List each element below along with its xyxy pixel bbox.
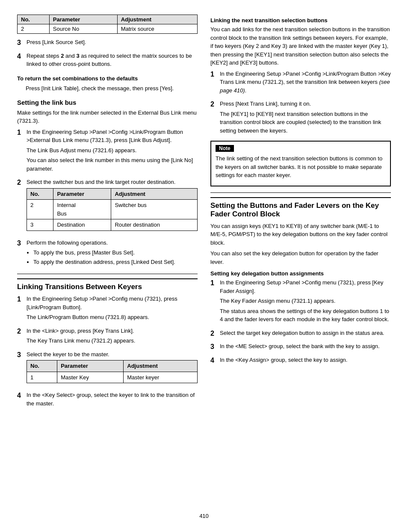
lk-table-header-param: Parameter [57,361,124,372]
lb-table-header-adj: Adjustment [111,188,198,200]
kd-step-2-number: 2 [210,329,220,338]
table-row: 2 InternalBus Switcher bus [27,200,198,219]
nt-step-2-content: Press [Next Trans Link], turning it on. … [220,100,391,136]
lk-step-1-block: 1 In the Engineering Setup >Panel >Confi… [17,295,198,323]
lk-step-3-text: Select the keyer to be the master. [27,350,198,359]
table-row: 1 Master Key Master keyer [27,372,198,383]
lk-step-2-text: In the <Link> group, press [Key Trans Li… [27,327,198,335]
lb-row1-param: InternalBus [53,200,111,219]
lk-step-3-number: 3 [17,350,27,360]
lb-row2-no: 3 [27,219,53,231]
lk-step-4-content: In the <Key Select> group, select the ke… [27,391,198,409]
lk-step-4-text: In the <Key Select> group, select the ke… [27,391,198,408]
lb-step-1-block: 1 In the Engineering Setup >Panel >Confi… [17,128,198,175]
next-trans-intro: You can add links for the next transitio… [210,25,391,67]
kd-step-2-text: Select the target key delegation button … [220,329,391,337]
nt-step-2-number: 2 [210,100,220,109]
lb-step-2-text: Select the switcher bus and the link tar… [27,178,198,186]
linking-title: Linking Transitions Between Keyers [17,278,198,291]
lb-step-3-content: Perform the following operations. To app… [27,239,198,268]
nt-step-2-note: The [KEY1] to [KEY8] next transition sel… [220,110,391,135]
note-label: Note [216,145,234,152]
kd-step-4-content: In the <Key Assign> group, select the ke… [220,356,391,366]
nt-step-1-content: In the Engineering Setup >Panel >Config … [220,70,391,97]
lb-bullet-1: To apply the bus, press [Master Bus Set]… [33,248,198,257]
lk-step-4-block: 4 In the <Key Select> group, select the … [17,391,198,409]
lb-step-2-number: 2 [17,178,27,187]
lb-step-3-text: Perform the following operations. [27,239,198,247]
table-cell-no: 2 [18,24,50,34]
lb-step-1-text: In the Engineering Setup >Panel >Config … [27,128,198,145]
kd-step-4-block: 4 In the <Key Assign> group, select the … [210,356,391,366]
lb-step-1-note2: You can also select the link number in t… [27,156,198,173]
kd-step-3-block: 3 In the <ME Select> group, select the b… [210,342,391,352]
table-cell-adj: Matrix source [117,24,197,34]
note-text: The link setting of the next transition … [216,154,386,180]
kd-step-1-number: 1 [210,278,220,288]
lb-table-header-param: Parameter [53,188,111,200]
table-row: 3 Destination Router destination [27,219,198,231]
kd-step-3-number: 3 [210,342,220,352]
nt-step-1-end: . [245,87,247,94]
lb-step-3-block: 3 Perform the following operations. To a… [17,239,198,268]
lb-row1-no: 2 [27,200,53,219]
lb-step-3-bullets: To apply the bus, press [Master Bus Set]… [33,248,198,266]
lk-table-header-no: No. [27,361,57,372]
kd-step-2-content: Select the target key delegation button … [220,329,391,339]
lk-row1-param: Master Key [57,372,124,383]
lb-step-2-content: Select the switcher bus and the link tar… [27,178,198,235]
defaults-text: Press [Init Link Table], check the messa… [26,84,198,93]
lb-step-2-block: 2 Select the switcher bus and the link t… [17,178,198,235]
lk-step-1-text: In the Engineering Setup >Panel >Config … [27,295,198,311]
kd-step-2-block: 2 Select the target key delegation butto… [210,329,391,339]
lb-step-3-number: 3 [17,239,27,248]
lb-row2-param: Destination [53,219,111,231]
lb-step-1-content: In the Engineering Setup >Panel >Config … [27,128,198,175]
step-4-text: Repeat steps 2 and 3 as required to sele… [27,52,198,68]
lk-step-1-content: In the Engineering Setup >Panel >Config … [27,295,198,323]
right-column: Linking the next transition selection bu… [210,13,391,504]
step-4-bold-3: 3 [76,53,79,59]
nt-step-1-main: In the Engineering Setup >Panel >Config … [220,71,391,86]
link-bus-intro: Make settings for the link number select… [17,109,198,125]
page-number: 410 [17,513,391,519]
kd-step-1-block: 1 In the Engineering Setup >Panel >Confi… [210,278,391,325]
lk-step-2-content: In the <Link> group, press [Key Trans Li… [27,327,198,347]
lk-step-1-number: 1 [17,295,27,304]
divider-1 [17,274,198,274]
kd-step-1-text: In the Engineering Setup >Panel >Config … [220,278,391,295]
lb-step-1-number: 1 [17,128,27,137]
step-4-number: 4 [17,52,27,61]
lb-row1-adj: Switcher bus [111,200,198,219]
nt-step-2-block: 2 Press [Next Trans Link], turning it on… [210,100,391,136]
kd-step-4-text: In the <Key Assign> group, select the ke… [220,356,391,364]
lk-step-2-number: 2 [17,327,27,336]
lk-step-3-content: Select the keyer to be the master. No. P… [27,350,198,388]
top-table-header-adj: Adjustment [117,15,197,24]
delegation-title: Setting key delegation button assignment… [210,270,391,277]
fader-intro-2: You can also set the key delegation butt… [210,249,391,266]
top-table: No. Parameter Adjustment 2 Source No Mat… [17,15,198,34]
lb-table-header-no: No. [27,188,53,200]
note-box: Note The link setting of the next transi… [210,141,391,186]
nt-step-1-block: 1 In the Engineering Setup >Panel >Confi… [210,70,391,97]
lk-row1-no: 1 [27,372,57,383]
kd-step-1-content: In the Engineering Setup >Panel >Config … [220,278,391,325]
lk-step-1-note: The Link/Program Button menu (7321.8) ap… [27,313,198,322]
top-table-header-param: Parameter [49,15,117,24]
step-3-block: 3 Press [Link Source Set]. [17,38,198,48]
kd-step-3-text: In the <ME Select> group, select the ban… [220,342,391,351]
fader-intro-1: You can assign keys (KEY1 to KEY8) of an… [210,222,391,247]
table-row: 2 Source No Matrix source [18,24,198,34]
left-column: No. Parameter Adjustment 2 Source No Mat… [17,13,198,504]
top-table-header-no: No. [18,15,50,24]
kd-step-4-number: 4 [210,356,220,365]
lb-row2-adj: Router destination [111,219,198,231]
step-4-content: Repeat steps 2 and 3 as required to sele… [27,52,198,70]
step-3-number: 3 [17,38,27,47]
next-trans-title: Linking the next transition selection bu… [210,17,391,24]
defaults-heading: To return the set combinations to the de… [17,74,198,83]
nt-step-1-number: 1 [210,70,220,79]
kd-step-3-content: In the <ME Select> group, select the ban… [220,342,391,352]
step-3-content: Press [Link Source Set]. [27,38,198,48]
